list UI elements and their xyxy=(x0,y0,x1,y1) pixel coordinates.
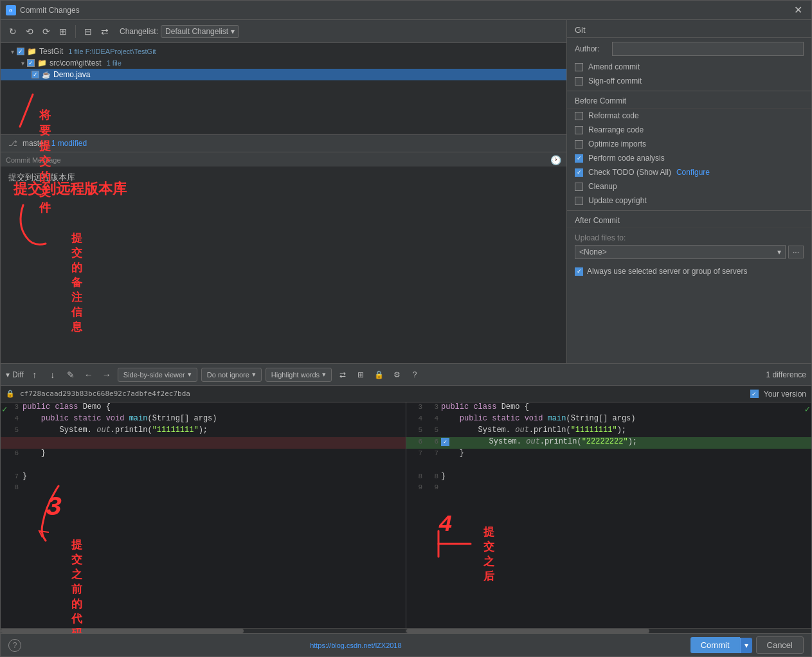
commit-arrow-button[interactable]: ▾ xyxy=(740,638,752,653)
changelist-dropdown[interactable]: Default Changelist ▾ xyxy=(161,25,239,38)
diff-line-right-3: 5 5 System. out.println("11111111"); xyxy=(406,426,811,437)
highlight-mode-button[interactable]: Highlight words ▾ xyxy=(266,368,332,382)
update-copyright-row: Update copyright xyxy=(567,194,811,208)
tree-subdir[interactable]: ▾ 📁 src\com\git\test 1 file xyxy=(1,57,566,69)
file-checkbox[interactable] xyxy=(32,71,39,78)
signoff-commit-checkbox[interactable] xyxy=(575,77,583,86)
diff-right-pane[interactable]: ✓ 3 3 public class Demo { 4 4 xyxy=(406,402,811,633)
author-input[interactable] xyxy=(612,42,804,56)
viewer-mode-button[interactable]: Side-by-side viewer ▾ xyxy=(118,368,197,382)
commit-button-group: Commit ▾ Cancel xyxy=(690,636,804,654)
right-panel: Git Author: Amend commit Sign-off commit… xyxy=(567,20,811,363)
diff-count: 1 difference xyxy=(766,370,807,379)
check-todo-row: Check TODO (Show All) Configure xyxy=(567,165,811,179)
update-copyright-label: Update copyright xyxy=(588,196,647,205)
tree-root[interactable]: ▾ 📁 TestGit 1 file F:\IDEAProject\TestGi… xyxy=(1,46,566,57)
diff-next-button[interactable]: → xyxy=(100,368,114,382)
diff-toolbar: ▾ Diff ↑ ↓ ✎ ← → Side-by-side viewer ▾ D… xyxy=(1,364,811,386)
redo-button[interactable]: ⟳ xyxy=(39,24,53,39)
reformat-checkbox[interactable] xyxy=(575,112,583,120)
check-todo-checkbox[interactable] xyxy=(575,168,583,177)
collapse-button[interactable]: ⊟ xyxy=(81,24,95,39)
perform-analysis-label: Perform code analysis xyxy=(588,154,665,163)
diff-file-bar: 🔒 cf728acaad293b83bc668e92c7adbfe4f2ec7b… xyxy=(1,386,811,402)
upload-dropdown[interactable]: <None> ▾ xyxy=(575,245,786,259)
help-button[interactable]: ? xyxy=(8,639,21,652)
undo-button[interactable]: ⟲ xyxy=(23,24,37,39)
diff-split-icon[interactable]: ⊞ xyxy=(354,368,368,382)
left-scrollbar-thumb[interactable] xyxy=(1,629,244,633)
ignore-mode-button[interactable]: Do not ignore ▾ xyxy=(201,368,262,382)
commit-button[interactable]: Commit xyxy=(690,637,740,653)
branch-name: master xyxy=(23,139,46,148)
clock-icon[interactable]: 🕐 xyxy=(550,155,561,165)
always-use-label: Always use selected server or group of s… xyxy=(587,267,747,276)
diff-down-button[interactable]: ↓ xyxy=(46,368,60,382)
cancel-button[interactable]: Cancel xyxy=(756,636,804,654)
right-scrollbar[interactable] xyxy=(406,628,811,633)
left-scrollbar[interactable] xyxy=(1,628,406,633)
after-commit-section: Upload files to: <None> ▾ ··· xyxy=(567,228,811,264)
author-label: Author: xyxy=(575,44,607,53)
diff-prev-button[interactable]: ← xyxy=(82,368,96,382)
optimize-label: Optimize imports xyxy=(588,140,646,148)
diff-lock-icon[interactable]: 🔒 xyxy=(372,368,386,382)
cleanup-checkbox[interactable] xyxy=(575,183,583,191)
diff-settings-icon[interactable]: ⚙ xyxy=(390,368,404,382)
tree-file-demo[interactable]: ☕ Demo.java xyxy=(1,69,566,80)
diff-line-right-2: 4 4 public static void main(String[] arg… xyxy=(406,414,811,426)
amend-commit-label: Amend commit xyxy=(588,62,640,71)
optimize-checkbox[interactable] xyxy=(575,140,583,148)
diff-edit-button[interactable]: ✎ xyxy=(64,368,78,382)
app-icon: G xyxy=(6,5,16,15)
root-checkbox[interactable] xyxy=(17,48,24,55)
window-title: Commit Changes xyxy=(20,6,790,15)
branch-icon: ⎇ xyxy=(8,139,17,148)
settings-button[interactable]: ⊞ xyxy=(56,24,70,39)
left-panel: ↻ ⟲ ⟳ ⊞ ⊟ ⇄ Changelist: Default Changeli… xyxy=(1,20,567,363)
right-scrollbar-thumb[interactable] xyxy=(406,629,649,633)
commit-message-section: Commit Message 🕐 提交到远程版本库 提交的备注信息 xyxy=(1,152,566,363)
close-button[interactable]: ✕ xyxy=(790,3,806,17)
diff-line-left-2: 4 public static void main(String[] args) xyxy=(1,414,406,426)
rearrange-label: Rearrange code xyxy=(588,125,644,134)
perform-analysis-checkbox[interactable] xyxy=(575,154,583,163)
subdir-checkbox[interactable] xyxy=(27,59,35,67)
diff-line-left-4: 6 } xyxy=(1,449,406,460)
upload-row: <None> ▾ ··· xyxy=(575,245,804,259)
refresh-button[interactable]: ↻ xyxy=(6,24,20,39)
diff-file-checkbox[interactable] xyxy=(750,390,759,398)
upload-browse-button[interactable]: ··· xyxy=(788,246,804,258)
diff-line-checkbox[interactable] xyxy=(441,438,449,446)
diff-help-icon[interactable]: ? xyxy=(408,368,422,382)
modified-count[interactable]: 1 modified xyxy=(51,139,87,148)
after-commit-header: After Commit xyxy=(567,210,811,228)
commit-message-input[interactable] xyxy=(1,166,566,363)
update-copyright-checkbox[interactable] xyxy=(575,197,583,205)
diff-right-label: Your version xyxy=(764,390,806,399)
diff-sync-icon[interactable]: ⇄ xyxy=(336,368,350,382)
diff-viewer: ✓ 3 public class Demo { 4 public static … xyxy=(1,402,811,633)
cleanup-label: Cleanup xyxy=(588,182,617,191)
diff-line-right-added: 6 6 System. out.println("22222222"); xyxy=(406,437,811,449)
optimize-row: Optimize imports xyxy=(567,137,811,151)
amend-commit-checkbox[interactable] xyxy=(575,63,583,71)
diff-left-pane[interactable]: ✓ 3 public class Demo { 4 public static … xyxy=(1,402,406,633)
reformat-row: Reformat code xyxy=(567,109,811,123)
expand-button[interactable]: ⇄ xyxy=(98,24,112,39)
configure-link[interactable]: Configure xyxy=(676,168,710,177)
rearrange-checkbox[interactable] xyxy=(575,126,583,134)
diff-up-button[interactable]: ↑ xyxy=(28,368,42,382)
reformat-label: Reformat code xyxy=(588,111,639,120)
perform-analysis-row: Perform code analysis xyxy=(567,151,811,165)
changelist-label: Changelist: xyxy=(120,27,158,36)
always-use-checkbox[interactable] xyxy=(575,267,583,276)
diff-toggle[interactable]: ▾ Diff xyxy=(6,370,24,379)
diff-line-left-1: 3 public class Demo { xyxy=(1,402,406,414)
commit-msg-label: Commit Message 🕐 xyxy=(1,152,566,166)
main-window: G Commit Changes ✕ ↻ ⟲ ⟳ ⊞ ⊟ ⇄ Changelis… xyxy=(0,0,812,657)
before-commit-header: Before Commit xyxy=(567,91,811,109)
signoff-commit-row: Sign-off commit xyxy=(567,74,811,88)
branch-bar: ⎇ master 1 modified xyxy=(1,134,566,152)
diff-line-left-3: 5 System. out.println("11111111"); xyxy=(1,426,406,437)
